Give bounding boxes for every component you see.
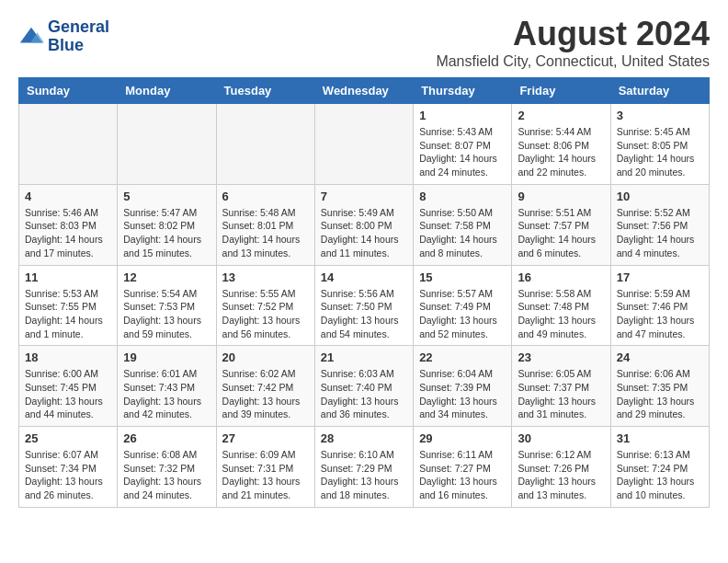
day-info: Sunrise: 5:43 AM Sunset: 8:07 PM Dayligh… — [419, 125, 506, 179]
day-number: 9 — [518, 190, 604, 203]
day-header-wednesday: Wednesday — [314, 78, 413, 104]
day-cell-15: 15Sunrise: 5:57 AM Sunset: 7:49 PM Dayli… — [414, 265, 512, 346]
day-number: 2 — [518, 109, 604, 122]
day-info: Sunrise: 6:01 AM Sunset: 7:43 PM Dayligh… — [123, 367, 210, 421]
day-number: 25 — [25, 431, 111, 445]
day-info: Sunrise: 5:58 AM Sunset: 7:48 PM Dayligh… — [518, 287, 604, 341]
week-row-1: 1Sunrise: 5:43 AM Sunset: 8:07 PM Daylig… — [19, 104, 710, 185]
day-number: 6 — [222, 190, 309, 203]
day-info: Sunrise: 6:13 AM Sunset: 7:24 PM Dayligh… — [617, 448, 703, 502]
day-cell-30: 30Sunrise: 6:12 AM Sunset: 7:26 PM Dayli… — [512, 427, 610, 508]
day-number: 12 — [123, 270, 210, 284]
day-info: Sunrise: 5:56 AM Sunset: 7:50 PM Dayligh… — [321, 287, 407, 341]
day-cell-2: 2Sunrise: 5:44 AM Sunset: 8:06 PM Daylig… — [512, 104, 610, 185]
day-info: Sunrise: 5:55 AM Sunset: 7:52 PM Dayligh… — [222, 287, 309, 341]
day-info: Sunrise: 6:12 AM Sunset: 7:26 PM Dayligh… — [518, 448, 604, 502]
day-cell-24: 24Sunrise: 6:06 AM Sunset: 7:35 PM Dayli… — [610, 346, 709, 427]
day-header-monday: Monday — [118, 78, 216, 104]
day-info: Sunrise: 6:02 AM Sunset: 7:42 PM Dayligh… — [222, 367, 309, 421]
day-cell-31: 31Sunrise: 6:13 AM Sunset: 7:24 PM Dayli… — [610, 427, 709, 508]
day-cell-12: 12Sunrise: 5:54 AM Sunset: 7:53 PM Dayli… — [118, 265, 216, 346]
day-cell-20: 20Sunrise: 6:02 AM Sunset: 7:42 PM Dayli… — [216, 346, 314, 427]
day-info: Sunrise: 5:44 AM Sunset: 8:06 PM Dayligh… — [518, 125, 604, 179]
empty-cell — [216, 104, 314, 185]
day-info: Sunrise: 6:05 AM Sunset: 7:37 PM Dayligh… — [518, 367, 604, 421]
empty-cell — [118, 104, 216, 185]
day-info: Sunrise: 6:09 AM Sunset: 7:31 PM Dayligh… — [222, 448, 309, 502]
day-info: Sunrise: 6:00 AM Sunset: 7:45 PM Dayligh… — [25, 367, 111, 421]
day-cell-7: 7Sunrise: 5:49 AM Sunset: 8:00 PM Daylig… — [314, 184, 413, 265]
day-cell-5: 5Sunrise: 5:47 AM Sunset: 8:02 PM Daylig… — [118, 184, 216, 265]
day-number: 21 — [321, 350, 407, 364]
week-row-3: 11Sunrise: 5:53 AM Sunset: 7:55 PM Dayli… — [19, 265, 710, 346]
day-cell-3: 3Sunrise: 5:45 AM Sunset: 8:05 PM Daylig… — [610, 104, 709, 185]
day-number: 1 — [419, 109, 506, 122]
week-row-2: 4Sunrise: 5:46 AM Sunset: 8:03 PM Daylig… — [19, 184, 710, 265]
day-number: 4 — [25, 190, 111, 203]
day-cell-1: 1Sunrise: 5:43 AM Sunset: 8:07 PM Daylig… — [414, 104, 512, 185]
day-cell-10: 10Sunrise: 5:52 AM Sunset: 7:56 PM Dayli… — [610, 184, 709, 265]
day-number: 31 — [617, 431, 703, 445]
day-number: 5 — [123, 190, 210, 203]
day-info: Sunrise: 5:45 AM Sunset: 8:05 PM Dayligh… — [617, 125, 703, 179]
day-info: Sunrise: 6:03 AM Sunset: 7:40 PM Dayligh… — [321, 367, 407, 421]
day-number: 24 — [617, 350, 703, 364]
day-number: 18 — [25, 350, 111, 364]
day-header-tuesday: Tuesday — [216, 78, 314, 104]
logo: General Blue — [18, 18, 109, 55]
day-info: Sunrise: 5:46 AM Sunset: 8:03 PM Dayligh… — [25, 206, 111, 260]
day-cell-22: 22Sunrise: 6:04 AM Sunset: 7:39 PM Dayli… — [414, 346, 512, 427]
day-info: Sunrise: 6:04 AM Sunset: 7:39 PM Dayligh… — [419, 367, 506, 421]
logo-icon — [18, 24, 44, 50]
day-info: Sunrise: 6:06 AM Sunset: 7:35 PM Dayligh… — [617, 367, 703, 421]
empty-cell — [314, 104, 413, 185]
day-cell-17: 17Sunrise: 5:59 AM Sunset: 7:46 PM Dayli… — [610, 265, 709, 346]
day-header-saturday: Saturday — [610, 78, 709, 104]
day-cell-16: 16Sunrise: 5:58 AM Sunset: 7:48 PM Dayli… — [512, 265, 610, 346]
day-cell-11: 11Sunrise: 5:53 AM Sunset: 7:55 PM Dayli… — [19, 265, 118, 346]
day-cell-9: 9Sunrise: 5:51 AM Sunset: 7:57 PM Daylig… — [512, 184, 610, 265]
week-row-5: 25Sunrise: 6:07 AM Sunset: 7:34 PM Dayli… — [19, 427, 710, 508]
day-info: Sunrise: 5:53 AM Sunset: 7:55 PM Dayligh… — [25, 287, 111, 341]
day-info: Sunrise: 5:48 AM Sunset: 8:01 PM Dayligh… — [222, 206, 309, 260]
day-number: 22 — [419, 350, 506, 364]
day-cell-23: 23Sunrise: 6:05 AM Sunset: 7:37 PM Dayli… — [512, 346, 610, 427]
day-number: 13 — [222, 270, 309, 284]
day-cell-18: 18Sunrise: 6:00 AM Sunset: 7:45 PM Dayli… — [19, 346, 118, 427]
calendar-header-row: SundayMondayTuesdayWednesdayThursdayFrid… — [19, 78, 710, 104]
day-number: 26 — [123, 431, 210, 445]
empty-cell — [19, 104, 118, 185]
day-number: 27 — [222, 431, 309, 445]
title-area: August 2024 Mansfield City, Connecticut,… — [436, 15, 710, 70]
day-header-sunday: Sunday — [19, 78, 118, 104]
day-cell-13: 13Sunrise: 5:55 AM Sunset: 7:52 PM Dayli… — [216, 265, 314, 346]
week-row-4: 18Sunrise: 6:00 AM Sunset: 7:45 PM Dayli… — [19, 346, 710, 427]
day-number: 16 — [518, 270, 604, 284]
page-subtitle: Mansfield City, Connecticut, United Stat… — [436, 53, 710, 70]
day-info: Sunrise: 5:57 AM Sunset: 7:49 PM Dayligh… — [419, 287, 506, 341]
day-cell-6: 6Sunrise: 5:48 AM Sunset: 8:01 PM Daylig… — [216, 184, 314, 265]
day-info: Sunrise: 5:59 AM Sunset: 7:46 PM Dayligh… — [617, 287, 703, 341]
day-number: 30 — [518, 431, 604, 445]
day-number: 19 — [123, 350, 210, 364]
header: General Blue August 2024 Mansfield City,… — [18, 15, 710, 70]
day-header-friday: Friday — [512, 78, 610, 104]
day-info: Sunrise: 5:47 AM Sunset: 8:02 PM Dayligh… — [123, 206, 210, 260]
calendar: SundayMondayTuesdayWednesdayThursdayFrid… — [18, 77, 710, 508]
day-info: Sunrise: 6:10 AM Sunset: 7:29 PM Dayligh… — [321, 448, 407, 502]
day-info: Sunrise: 5:54 AM Sunset: 7:53 PM Dayligh… — [123, 287, 210, 341]
day-info: Sunrise: 6:11 AM Sunset: 7:27 PM Dayligh… — [419, 448, 506, 502]
day-info: Sunrise: 6:08 AM Sunset: 7:32 PM Dayligh… — [123, 448, 210, 502]
day-number: 20 — [222, 350, 309, 364]
day-number: 29 — [419, 431, 506, 445]
day-cell-27: 27Sunrise: 6:09 AM Sunset: 7:31 PM Dayli… — [216, 427, 314, 508]
day-cell-28: 28Sunrise: 6:10 AM Sunset: 7:29 PM Dayli… — [314, 427, 413, 508]
day-cell-25: 25Sunrise: 6:07 AM Sunset: 7:34 PM Dayli… — [19, 427, 118, 508]
logo-text: General Blue — [48, 18, 109, 55]
calendar-body: 1Sunrise: 5:43 AM Sunset: 8:07 PM Daylig… — [19, 104, 710, 508]
day-number: 8 — [419, 190, 506, 203]
day-number: 11 — [25, 270, 111, 284]
day-number: 17 — [617, 270, 703, 284]
day-number: 3 — [617, 109, 703, 122]
day-cell-14: 14Sunrise: 5:56 AM Sunset: 7:50 PM Dayli… — [314, 265, 413, 346]
